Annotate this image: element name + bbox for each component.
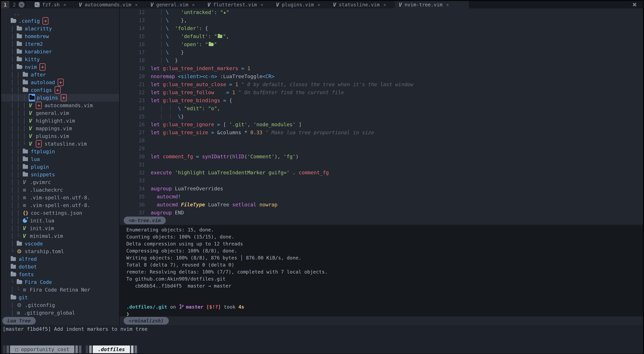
tab-close-icon[interactable]: × xyxy=(63,2,66,7)
code-token: │ │ xyxy=(151,105,178,111)
file-tree: ...config+│ alacritty│ homebrew│ iterm2│… xyxy=(1,8,119,317)
tree-item-mappings.vim[interactable]: │ │ │ Vmappings.vim xyxy=(1,125,119,132)
code-line: 31 xyxy=(120,161,643,169)
tab-statusline.vim[interactable]: Vstatusline.vim× xyxy=(329,1,390,8)
line-number: 35 xyxy=(120,193,145,201)
tab-close-icon[interactable]: × xyxy=(261,2,263,7)
tab-fzf.sh[interactable]: >_fzf.sh× xyxy=(30,1,70,8)
tree-item-after[interactable]: │ │ after xyxy=(1,71,119,78)
tree-guide: │ xyxy=(11,49,17,55)
close-all-icon[interactable]: ✖ xyxy=(632,1,637,8)
tab-close-icon[interactable]: × xyxy=(318,2,320,7)
terminal-line: Counting objects: 100% (15/15), done. xyxy=(126,233,643,240)
tree-item-general.vim[interactable]: │ │ │ Vgeneral.vim xyxy=(1,109,119,117)
code-token: " 0 by default, closes the tree when it'… xyxy=(241,81,414,87)
tree-item-.gitconfig[interactable]: │ ⚙.gitconfig xyxy=(1,301,119,309)
tab-autocommands.vim[interactable]: Vautocommands.vim× xyxy=(75,1,142,8)
vim-message-line: [master f1bd4f5] Add indent markers to n… xyxy=(1,325,643,345)
code-token: comment_fg xyxy=(163,154,196,159)
tree-item-.vim-spell-en.utf-8.[interactable]: │ │ ≡.vim-spell-en.utf-8. xyxy=(1,201,119,209)
tree-item-init.vim[interactable]: │ │ Vinit.vim xyxy=(1,224,119,232)
tree-guide: │ │ │ xyxy=(11,95,29,101)
code-token: nowrap xyxy=(259,202,278,208)
tree-item-statusline.vim[interactable]: │ │ └ V+statusline.vim xyxy=(1,140,119,148)
tree-item-plugin[interactable]: │ │ plugin xyxy=(1,163,119,171)
code-line: 25 │ │ \} xyxy=(120,112,643,121)
tab-close-icon[interactable]: × xyxy=(446,2,449,7)
code-token: = xyxy=(217,122,223,127)
tmux-window-number-inactive[interactable]: 2 xyxy=(13,2,16,8)
tree-item-..[interactable]: .. xyxy=(1,9,119,17)
code-token: \ xyxy=(166,49,169,55)
tree-item-autoload[interactable]: │ │ autoload+ xyxy=(1,78,119,86)
tree-item-nvim[interactable]: │ nvim+ xyxy=(1,63,119,71)
tree-item-label: minimal.vim xyxy=(30,233,63,239)
git-new-badge: + xyxy=(42,17,48,24)
tree-item-homebrew[interactable]: │ homebrew xyxy=(1,32,119,40)
tree-item-coc-settings.json[interactable]: │ │ {}coc-settings.json xyxy=(1,209,119,217)
tab-close-icon[interactable]: × xyxy=(135,2,138,7)
line-number: 17 xyxy=(120,48,145,56)
tab-close-icon[interactable]: × xyxy=(192,2,195,7)
tmux-window-inactive[interactable]: □ opportunity_cost xyxy=(10,346,74,353)
tree-item-git[interactable]: git xyxy=(1,294,119,301)
tree-item-kitty[interactable]: │ kitty xyxy=(1,55,119,63)
tab-general.vim[interactable]: Vgeneral.vim× xyxy=(146,1,199,8)
tree-item-alacritty[interactable]: │ alacritty xyxy=(1,25,119,32)
vim-file-icon: V xyxy=(29,102,33,108)
tree-item-lua[interactable]: │ │ lua xyxy=(1,155,119,163)
tree-item-fonts[interactable]: fonts xyxy=(1,271,119,278)
embedded-terminal[interactable]: Enumerating objects: 15, done.Counting o… xyxy=(120,225,643,317)
prompt-token: [$!?] xyxy=(206,304,221,310)
tab-nvim-tree.vim[interactable]: Vnvim-tree.vim× xyxy=(395,1,469,8)
shell-prompt-line: .dotfiles/.git on master [$!?] took 4s xyxy=(126,303,643,311)
tree-item-.gvimrc[interactable]: │ │ V.gvimrc xyxy=(1,178,119,186)
folder-icon xyxy=(17,27,22,30)
code-token: ) xyxy=(296,154,298,159)
tmux-segment xyxy=(134,346,137,353)
tree-item-.luacheckrc[interactable]: │ │ ≡.luacheckrc xyxy=(1,186,119,194)
code-text: │ \ 'default': "", xyxy=(151,32,229,40)
tab-close-icon[interactable]: × xyxy=(383,2,386,7)
tree-item-highlight.vim[interactable]: │ │ │ Vhighlight.vim xyxy=(1,117,119,125)
tree-item-minimal.vim[interactable]: │ └ Vminimal.vim xyxy=(1,232,119,240)
terminal-line: Compressing objects: 100% (8/8), done. xyxy=(126,247,643,254)
back-arrow-icon[interactable]: ← xyxy=(18,2,24,8)
code-token: let xyxy=(151,81,163,87)
code-token xyxy=(169,9,181,15)
code-text: let g:lua_tree_auto_close = 1 " 0 by def… xyxy=(151,80,413,88)
tree-item-.vim-spell-en.utf-8.[interactable]: │ │ ≡.vim-spell-en.utf-8. xyxy=(1,194,119,201)
tree-item-vscode[interactable]: │ vscode xyxy=(1,240,119,248)
code-token: g:lua_tree_indent_markers xyxy=(163,65,241,71)
tree-item-snippets[interactable]: │ │ snippets xyxy=(1,171,119,178)
vim-icon: V xyxy=(399,2,402,8)
line-number: 28 xyxy=(120,137,145,145)
tree-item-init.lua[interactable]: │ │ init.lua xyxy=(1,217,119,224)
tree-item-autocommands.vim[interactable]: │ │ │ V+autocommands.vim xyxy=(1,101,119,109)
code-token: let xyxy=(151,122,163,127)
tree-item-dotbot[interactable]: dotbot xyxy=(1,263,119,271)
tree-item-ftplugin[interactable]: │ │ ftplugin xyxy=(1,148,119,155)
code-token: <CR> xyxy=(262,73,274,79)
tree-item-karabiner[interactable]: │ karabiner xyxy=(1,48,119,55)
git-new-badge: + xyxy=(36,102,42,109)
git-new-badge: + xyxy=(40,63,46,71)
code-text: augroup LuaTreeOverrides xyxy=(151,185,223,193)
tab-fluttertest.vim[interactable]: Vfluttertest.vim× xyxy=(203,1,267,8)
tmux-window-number-active[interactable]: 1 xyxy=(1,1,9,8)
code-line: 36 autocmd FileType LuaTree setlocal now… xyxy=(120,201,643,209)
tree-item-iterm2[interactable]: │ iterm2 xyxy=(1,40,119,48)
tree-item-starship.toml[interactable]: └ ⚙starship.toml xyxy=(1,248,119,255)
tree-item-alfred[interactable]: alfred xyxy=(1,255,119,263)
tab-plugins.vim[interactable]: Vplugins.vim× xyxy=(272,1,324,8)
tree-item-configs[interactable]: │ │ configs+ xyxy=(1,86,119,94)
tree-item-.gitignore_global[interactable]: │ ≡.gitignore_global xyxy=(1,309,119,317)
tree-item-Fira Code Retina Ner[interactable]: │ └ ≡Fira Code Retina Ner xyxy=(1,286,119,294)
tree-item-Fira Code[interactable]: └ Fira Code xyxy=(1,278,119,286)
code-editor[interactable]: 12 │ \ 'untracked': "★"13 │ \ },14 │ \ '… xyxy=(120,8,643,216)
tree-item-plugins.vim[interactable]: │ │ │ Vplugins.vim xyxy=(1,132,119,140)
tmux-window-active[interactable]: .dotfiles xyxy=(93,346,130,353)
vim-file-icon: V xyxy=(29,110,33,116)
tree-item-.config[interactable]: .config+ xyxy=(1,17,119,25)
tree-item-plugins[interactable]: │ │ │ plugins+ xyxy=(1,94,119,101)
